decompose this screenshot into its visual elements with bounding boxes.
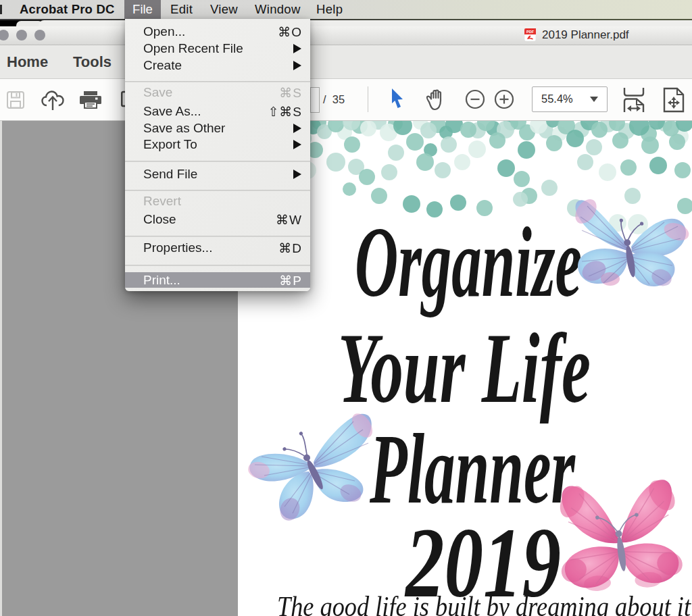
svg-text:Your Life: Your Life bbox=[338, 313, 591, 424]
svg-text:The good life is built by drea: The good life is built by dreaming about… bbox=[277, 590, 691, 616]
svg-text:Organize: Organize bbox=[355, 207, 582, 317]
svg-text:PDF: PDF bbox=[526, 30, 535, 34]
